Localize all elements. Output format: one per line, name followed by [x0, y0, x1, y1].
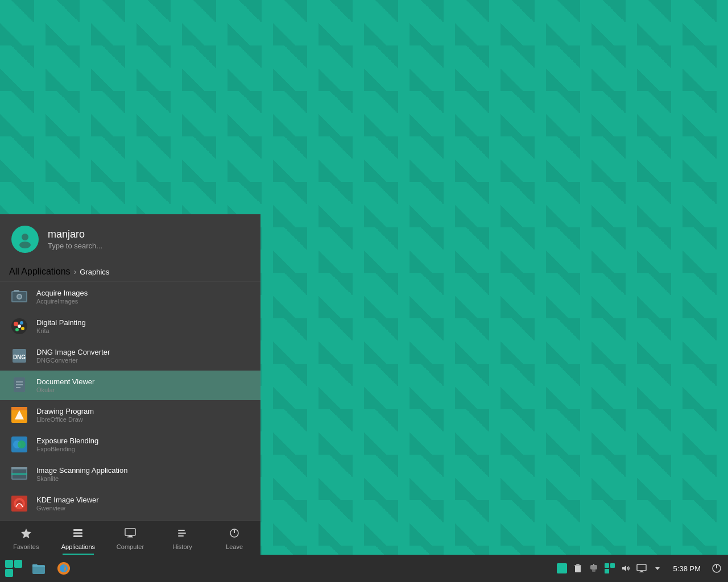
menu-tabs: FavoritesApplicationsComputerHistoryLeav… — [0, 521, 260, 555]
app-icon-document-viewer — [9, 375, 30, 396]
svg-point-9 — [20, 321, 23, 325]
breadcrumb-arrow: › — [74, 267, 77, 276]
svg-rect-46 — [129, 535, 132, 537]
app-exec-kde-image-viewer: Gwenview — [36, 505, 251, 512]
svg-rect-67 — [605, 569, 609, 573]
app-exec-drawing-program: LibreOffice Draw — [36, 416, 251, 423]
app-name-drawing-program: Drawing Program — [36, 407, 251, 415]
svg-rect-61 — [576, 564, 580, 565]
breadcrumb-current: Graphics — [80, 268, 109, 276]
app-exec-acquire-images: AcquireImages — [36, 298, 251, 305]
app-name-image-scanning: Image Scanning Application — [36, 466, 251, 475]
display-icon[interactable] — [635, 562, 648, 575]
app-name-dng-converter: DNG Image Converter — [36, 348, 251, 356]
svg-point-12 — [18, 325, 21, 328]
user-info: manjaro Type to search... — [48, 228, 249, 250]
svg-point-10 — [21, 327, 24, 330]
svg-rect-45 — [125, 529, 135, 535]
app-icon-image-scanning — [9, 464, 30, 484]
svg-rect-54 — [14, 560, 22, 568]
app-item-dng-converter[interactable]: DNGDNG Image ConverterDNGConverter — [0, 341, 260, 371]
file-manager-button[interactable] — [27, 557, 50, 580]
tab-icon-applications — [72, 527, 84, 541]
app-item-exposure-blending[interactable]: Exposure BlendingExpoBlending — [0, 430, 260, 459]
svg-marker-72 — [655, 567, 660, 570]
firefox-button[interactable] — [52, 557, 75, 580]
svg-point-25 — [18, 440, 26, 448]
tab-label-computer: Computer — [117, 543, 144, 550]
taskbar: 5:38 PM — [0, 555, 728, 582]
app-exec-image-scanning: Skanlite — [36, 475, 251, 482]
power-icon[interactable] — [710, 562, 723, 575]
svg-rect-71 — [639, 572, 644, 572]
sys-tray — [555, 562, 664, 575]
svg-rect-53 — [5, 560, 13, 568]
tab-computer[interactable]: Computer — [104, 521, 156, 555]
usb-drive-icon[interactable] — [587, 562, 601, 575]
app-name-kde-image-viewer: KDE Image Viewer — [36, 496, 251, 504]
tab-label-applications: Applications — [61, 543, 95, 550]
svg-rect-69 — [637, 564, 646, 571]
clock: 5:38 PM — [669, 564, 705, 573]
svg-marker-68 — [622, 566, 626, 571]
app-icon-exposure-blending — [9, 434, 30, 455]
tab-icon-favorites — [20, 527, 32, 541]
svg-rect-50 — [178, 535, 184, 537]
app-name-document-viewer: Document Viewer — [36, 377, 251, 386]
svg-text:DNG: DNG — [13, 354, 26, 360]
manjaro-menu-button[interactable] — [2, 557, 25, 580]
svg-point-0 — [22, 234, 28, 240]
app-item-document-viewer[interactable]: Document ViewerOkular — [0, 371, 260, 400]
app-item-kde-image-viewer[interactable]: KDE Image ViewerGwenview — [0, 489, 260, 518]
menu-header: manjaro Type to search... — [0, 214, 260, 262]
manjaro-indicator-icon[interactable] — [603, 562, 617, 575]
tab-applications[interactable]: Applications — [52, 521, 105, 555]
network-icon[interactable] — [555, 562, 569, 575]
taskbar-right: 5:38 PM — [555, 562, 728, 575]
app-icon-dng-converter: DNG — [9, 346, 30, 366]
breadcrumb: All Applications › Graphics — [0, 262, 260, 282]
svg-rect-47 — [127, 537, 133, 538]
svg-marker-41 — [21, 529, 31, 538]
breadcrumb-all[interactable]: All Applications — [9, 267, 71, 277]
app-icon-acquire-images — [9, 286, 30, 307]
svg-point-11 — [15, 328, 19, 331]
search-box[interactable]: Type to search... — [48, 242, 249, 250]
tab-icon-leave — [228, 527, 241, 541]
volume-icon[interactable] — [619, 562, 632, 575]
app-exec-dng-converter: DNGConverter — [36, 357, 251, 364]
app-exec-exposure-blending: ExpoBlending — [36, 446, 251, 452]
tab-history[interactable]: History — [156, 521, 209, 555]
trash-icon[interactable] — [571, 562, 585, 575]
svg-rect-43 — [73, 533, 82, 534]
svg-point-8 — [14, 322, 18, 326]
user-name: manjaro — [48, 228, 249, 240]
svg-rect-62 — [590, 565, 597, 569]
tab-favorites[interactable]: Favorites — [0, 521, 52, 555]
app-name-acquire-images: Acquire Images — [36, 289, 251, 297]
svg-rect-44 — [73, 535, 82, 537]
svg-rect-22 — [11, 407, 27, 410]
svg-rect-48 — [178, 530, 185, 531]
app-name-exposure-blending: Exposure Blending — [36, 436, 251, 445]
svg-rect-64 — [593, 564, 594, 566]
taskbar-left — [0, 557, 75, 580]
app-icon-digital-painting — [9, 316, 30, 336]
tab-label-history: History — [172, 543, 192, 550]
app-item-acquire-images[interactable]: Acquire ImagesAcquireImages — [0, 282, 260, 311]
expand-tray-icon[interactable] — [651, 562, 664, 575]
svg-rect-55 — [5, 569, 13, 577]
tab-icon-history — [176, 527, 189, 541]
app-item-digital-painting[interactable]: Digital PaintingKrita — [0, 311, 260, 341]
user-avatar — [11, 226, 39, 253]
tab-label-leave: Leave — [226, 543, 243, 550]
tab-icon-computer — [124, 527, 136, 541]
tab-label-favorites: Favorites — [13, 543, 39, 550]
app-item-image-scanning[interactable]: Image Scanning ApplicationSkanlite — [0, 459, 260, 489]
app-item-drawing-program[interactable]: Drawing ProgramLibreOffice Draw — [0, 400, 260, 430]
svg-rect-59 — [575, 566, 581, 572]
tab-leave[interactable]: Leave — [208, 521, 260, 555]
app-exec-document-viewer: Okular — [36, 386, 251, 393]
svg-rect-42 — [73, 529, 82, 531]
svg-point-1 — [19, 242, 31, 248]
